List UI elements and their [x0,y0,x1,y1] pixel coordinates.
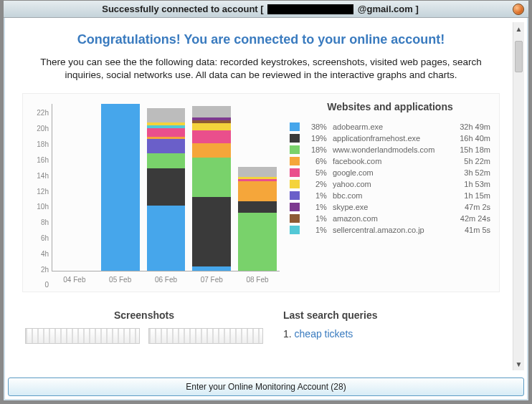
chart-segment [147,168,186,206]
query-number: 1. [283,328,295,340]
usage-chart-card: 22h20h18h16h14h12h10h8h6h4h2h0 04 Feb05 … [22,93,500,292]
legend-name: skype.exe [333,203,445,211]
legend-name: bbc.com [333,191,445,200]
legend-pct: 2% [305,180,327,188]
chart-segment [192,123,231,130]
queries-title: Last search queries [283,309,497,321]
chart-plot-area: 22h20h18h16h14h12h10h8h6h4h2h0 04 Feb05 … [29,97,280,292]
scroll-down-icon[interactable]: ▼ [513,357,524,370]
title-prefix: Successfully connected to account [ [102,4,263,14]
chart-bar [101,104,140,271]
legend-swatch [290,168,300,177]
title-text: Successfully connected to account [ @gma… [8,4,513,15]
chart-segment [147,153,186,168]
legend-name: yahoo.com [333,180,445,188]
dialog-window: Successfully connected to account [ @gma… [3,0,529,401]
scroll-up-icon[interactable]: ▲ [513,22,524,35]
y-tick: 8h [41,218,49,234]
legend-title: Websites and applications [290,101,490,112]
legend-name: facebook.com [333,157,445,165]
legend-swatch [290,122,300,131]
legend-duration: 1h 15m [450,191,490,200]
legend-row: 1%skype.exe47m 2s [290,201,490,213]
legend-name: applicationframehost.exe [333,134,445,143]
legend-row: 1%bbc.com1h 15m [290,190,490,201]
legend-name: www.wonderlandmodels.com [333,145,445,154]
legend-pct: 6% [305,157,327,165]
legend-duration: 5h 22m [450,157,490,165]
legend-swatch [290,191,300,200]
email-redacted [267,4,353,14]
legend-row: 19%applicationframehost.exe16h 40m [290,133,490,144]
vertical-scrollbar[interactable]: ▲ ▼ [513,22,524,370]
x-tick: 06 Feb [147,276,186,284]
y-tick: 12h [37,188,49,203]
legend-duration: 47m 2s [450,203,490,211]
chart-bar [55,104,94,271]
chart-segment [192,197,231,266]
y-tick: 4h [41,250,49,266]
legend-duration: 32h 49m [450,122,490,131]
title-suffix: @gmail.com ] [358,4,419,14]
legend-row: 38%adobearm.exe32h 49m [290,121,490,133]
enter-account-button[interactable]: Enter your Online Monitoring Account (28… [8,377,524,396]
chart-segment [147,139,186,153]
legend-duration: 16h 40m [450,134,490,143]
y-tick: 16h [37,156,49,172]
screenshots-title: Screenshots [25,309,263,321]
chart-bar [147,104,186,271]
legend-row: 1%sellercentral.amazon.co.jp41m 5s [290,224,490,236]
legend-pct: 1% [305,191,327,200]
content-wrap: Congratulations! You are connected to yo… [4,18,528,375]
chart-segment [238,213,277,271]
chart-segment [238,167,277,177]
legend-swatch [290,134,300,143]
chart-segment [147,128,186,137]
query-link[interactable]: cheap tickets [295,328,353,340]
legend-pct: 18% [305,145,327,154]
chart-segment [192,158,231,197]
content: Congratulations! You are connected to yo… [9,22,513,370]
legend-row: 6%facebook.com5h 22m [290,155,490,167]
queries-panel: Last search queries 1. cheap tickets [283,309,497,344]
y-tick: 22h [37,109,49,125]
legend-swatch [290,145,300,154]
legend-pct: 38% [305,122,327,131]
chart-segment [192,266,231,271]
legend-pct: 1% [305,214,327,223]
y-tick: 6h [41,234,49,250]
legend-duration: 41m 5s [450,226,490,234]
lower-panels: Screenshots Last search queries 1. cheap… [22,309,500,344]
query-item: 1. cheap tickets [283,328,497,340]
chart-segment [192,106,231,117]
legend-duration: 15h 18m [450,145,490,154]
chart-bar [238,104,277,271]
chart-segment [238,201,277,213]
y-tick: 20h [37,125,49,140]
legend-pct: 5% [305,168,327,177]
legend-row: 18%www.wonderlandmodels.com15h 18m [290,144,490,155]
chart-segment [192,130,231,143]
y-tick: 10h [37,203,49,218]
legend-pct: 1% [305,226,327,234]
scroll-thumb[interactable] [515,41,523,72]
close-button[interactable] [513,4,524,15]
screenshot-thumb[interactable] [148,328,263,344]
legend-swatch [290,180,300,188]
page-subtext: There you can see the the following data… [22,56,500,82]
y-tick: 14h [37,172,49,188]
x-tick: 04 Feb [55,276,94,284]
screenshot-thumb[interactable] [25,328,140,344]
chart-y-axis: 22h20h18h16h14h12h10h8h6h4h2h0 [29,97,52,292]
x-tick: 07 Feb [192,276,231,284]
legend-name: adobearm.exe [333,122,445,131]
chart-segment [147,108,186,122]
chart-segment [238,181,277,201]
chart-plot: 04 Feb05 Feb06 Feb07 Feb08 Feb [52,104,280,271]
legend-row: 2%yahoo.com1h 53m [290,178,490,190]
chart-segment [147,206,186,271]
titlebar: Successfully connected to account [ @gma… [4,1,528,18]
legend-duration: 1h 53m [450,180,490,188]
chart-legend: Websites and applications 38%adobearm.ex… [280,97,493,292]
chart-segment [192,143,231,158]
